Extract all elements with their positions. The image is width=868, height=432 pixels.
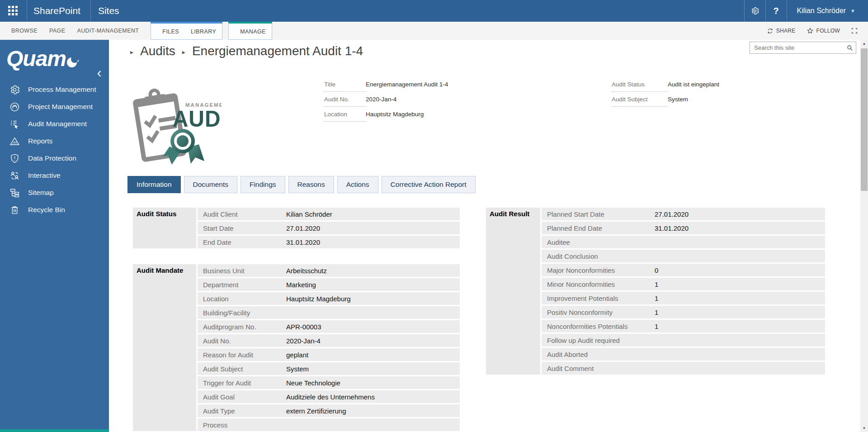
row-value: System — [286, 365, 309, 373]
row-value: 1 — [655, 323, 658, 330]
row-label: Follow up Audit required — [542, 337, 655, 344]
sidebar-item-interactive[interactable]: Interactive — [0, 167, 109, 184]
table-row: Audit Aborted — [542, 348, 825, 361]
row-label: Major Nonconformities — [542, 266, 655, 274]
search-icon[interactable] — [844, 44, 856, 52]
row-value: 27.01.2020 — [286, 224, 320, 232]
row-label: Reason for Audit — [198, 351, 286, 359]
breadcrumb-audits-link[interactable]: Audits — [140, 44, 175, 58]
row-label: Audit Aborted — [542, 351, 655, 358]
row-label: Improvement Potentials — [542, 294, 655, 302]
tab-corrective-action-report[interactable]: Corrective Action Report — [382, 176, 476, 193]
sidebar-collapse-chevron-icon[interactable]: ‹ — [97, 65, 102, 80]
follow-button[interactable]: FOLLOW — [803, 27, 844, 34]
ribbon-tab-audit-management[interactable]: AUDIT-MANAGEMENT — [71, 22, 145, 40]
tab-documents[interactable]: Documents — [184, 176, 237, 193]
row-label: Audit Comment — [542, 365, 655, 372]
table-row: Major Nonconformities 0 — [542, 264, 825, 276]
share-button[interactable]: SHARE — [763, 28, 799, 34]
table-row: Nonconformities Potentials 1 — [542, 320, 825, 332]
left-navigation: Quam ‹ Process Management — [0, 40, 109, 432]
focus-mode-button[interactable] — [847, 27, 862, 34]
row-label: Positiv Nonconformity — [542, 309, 655, 316]
sidebar-item-process-management[interactable]: Process Management — [0, 81, 109, 98]
ribbon-tab-files[interactable]: FILES — [156, 22, 185, 39]
share-label: SHARE — [776, 28, 796, 34]
tab-reasons[interactable]: Reasons — [288, 176, 334, 193]
sidebar-footer-strip — [0, 429, 109, 432]
tab-actions[interactable]: Actions — [337, 176, 378, 193]
table-row: Planned Start Date 27.01.2020 — [542, 208, 825, 220]
field-label: Audit Status — [612, 80, 668, 92]
table-row: End Date 31.01.2020 — [198, 236, 460, 248]
sidebar-item-data-protection[interactable]: Data Protection — [0, 150, 109, 167]
settings-gear-icon[interactable] — [745, 0, 765, 22]
row-value: 1 — [655, 309, 658, 316]
right-detail-table: Audit Result Planned Start Date 27.01.20… — [486, 208, 825, 390]
sidebar-item-label: Interactive — [28, 171, 61, 180]
row-label: Auditprogram No. — [198, 323, 286, 331]
table-row: Audit No. 2020-Jan-4 — [198, 334, 460, 347]
sharepoint-page: SharePoint Sites ? Kilian Schröder ▼ BRO… — [0, 0, 868, 432]
user-menu[interactable]: Kilian Schröder ▼ — [787, 7, 868, 15]
sidebar-item-recycle-bin[interactable]: Recycle Bin — [0, 201, 109, 218]
app-launcher-icon[interactable] — [8, 6, 18, 16]
sidebar-item-audit-management[interactable]: Audit Management — [0, 115, 109, 133]
row-label: Process — [198, 421, 286, 429]
sidebar-item-sitemap[interactable]: Sitemap — [0, 184, 109, 201]
row-value: 1 — [655, 294, 658, 302]
ribbon-tab-page[interactable]: PAGE — [43, 22, 71, 40]
table-row: Start Date 27.01.2020 — [198, 222, 460, 234]
site-search — [750, 42, 856, 54]
field-label: Audit No. — [324, 95, 366, 107]
search-input[interactable] — [750, 44, 844, 51]
ribbon-tab-manage[interactable]: MANAGE — [234, 22, 272, 39]
sidebar-item-reports[interactable]: Reports — [0, 133, 109, 150]
breadcrumb-arrow-icon: ▸ — [182, 47, 185, 56]
divider — [90, 0, 91, 22]
row-value: extern Zertifizierung — [286, 407, 346, 415]
field-label: Location — [324, 109, 366, 122]
tab-findings[interactable]: Findings — [241, 176, 285, 193]
tab-information[interactable]: Information — [127, 176, 181, 193]
row-value: APR-00003 — [286, 323, 321, 331]
content-tabs: Information Documents Findings Reasons A… — [127, 176, 476, 193]
ribbon-tab-browse[interactable]: BROWSE — [5, 22, 43, 40]
brand-title[interactable]: SharePoint — [33, 5, 80, 16]
user-name: Kilian Schröder — [797, 7, 846, 15]
shield-icon — [9, 152, 20, 164]
sidebar-nav: Process Management Project Management — [0, 81, 109, 218]
page-title: Energiemanagement Audit 1-4 — [192, 44, 363, 58]
share-sync-icon — [767, 28, 774, 34]
sidebar-item-project-management[interactable]: Project Management — [0, 98, 109, 115]
help-icon[interactable]: ? — [766, 0, 787, 22]
row-value: Kilian Schröder — [286, 210, 332, 218]
section-audit-mandate: Audit Mandate Business Unit Arbeitsschut… — [133, 264, 460, 431]
report-chart-icon — [9, 135, 20, 147]
table-row: Planned End Date 31.01.2020 — [542, 222, 825, 234]
suite-section-title[interactable]: Sites — [98, 5, 119, 16]
table-row: Business Unit Arbeitsschutz — [198, 264, 460, 277]
scrollbar-thumb[interactable] — [861, 48, 868, 191]
table-row: Reason for Audit geplant — [198, 348, 460, 361]
sidebar-item-label: Audit Management — [28, 120, 87, 128]
ribbon-tab-library[interactable]: LIBRARY — [185, 22, 222, 39]
ribbon-group-files-library: FILES LIBRARY — [151, 22, 222, 40]
table-row: Audit Subject System — [198, 362, 460, 375]
focus-brackets-icon — [851, 27, 858, 34]
sitemap-icon — [9, 187, 20, 199]
field-value: Energiemanagement Audit 1-4 — [366, 80, 448, 92]
table-row: Follow up Audit required — [542, 334, 825, 347]
field-value: Hauptsitz Magdeburg — [366, 109, 424, 122]
star-icon — [807, 27, 814, 34]
row-value: 2020-Jan-4 — [286, 337, 321, 345]
row-label: End Date — [198, 238, 286, 246]
scroll-up-arrow-icon[interactable]: ▲ — [860, 40, 868, 47]
table-row: Audit Type extern Zertifizierung — [198, 404, 460, 417]
table-row: Building/Facility — [198, 306, 460, 319]
row-label: Minor Nonconformities — [542, 280, 655, 288]
vertical-scrollbar[interactable]: ▲ ▼ — [860, 40, 868, 432]
scroll-down-arrow-icon[interactable]: ▼ — [860, 424, 868, 432]
sidebar-item-label: Data Protection — [28, 154, 76, 162]
field-value: Audit ist eingeplant — [668, 80, 719, 92]
